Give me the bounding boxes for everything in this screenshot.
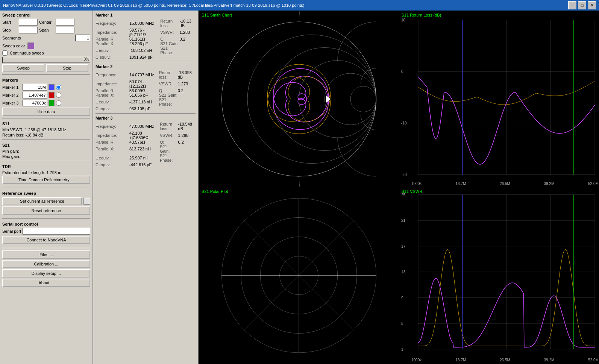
vswr-canvas xyxy=(399,188,599,363)
polar-plot-panel: S21 Polar Plot xyxy=(199,188,399,363)
serial-port-input[interactable] xyxy=(23,228,90,235)
marker2-label: Marker 2 xyxy=(2,93,21,97)
m2-leq-value: -137.113 nH xyxy=(129,97,155,106)
display-setup-button[interactable]: Display setup ... xyxy=(2,269,90,278)
m2-pr-label: Parallel R: xyxy=(96,88,129,93)
maximize-button[interactable]: □ xyxy=(578,1,586,9)
m3-s21p-value xyxy=(178,153,196,162)
m2-imp-label: Impedance: xyxy=(96,79,129,88)
m3-s21g-label: S21 Gain: xyxy=(156,144,178,153)
m1-vswr-label: VSWR: xyxy=(156,28,179,37)
reference-color-swatch[interactable] xyxy=(83,198,90,205)
m1-q-label: Q: xyxy=(156,37,179,41)
main-container: Sweep control Start Center Stop Span Seg… xyxy=(0,11,599,364)
m2-px-label: Parallel X: xyxy=(96,93,129,97)
m2-px-value: 51.656 pF xyxy=(129,93,155,97)
progress-bar: 0% xyxy=(2,57,90,63)
marker3-color[interactable] xyxy=(49,100,55,106)
start-input[interactable] xyxy=(19,19,38,26)
smith-chart-label: S11 Smith Chart xyxy=(202,13,232,17)
center-label: Center xyxy=(39,20,54,24)
m2-rl-value: -18.398 dB xyxy=(178,70,196,79)
start-row: Start Center xyxy=(2,19,90,26)
m2-vswr-label: VSWR: xyxy=(155,79,178,88)
marker2-color[interactable] xyxy=(49,92,55,98)
smith-chart-canvas xyxy=(199,11,399,187)
stop-button[interactable]: Stop xyxy=(46,64,88,72)
return-loss-label: S11 Return Loss (dB) xyxy=(402,13,441,17)
stop-input[interactable] xyxy=(19,27,38,33)
m1-ceq-value: 1091.924 pF xyxy=(129,55,156,59)
sweep-color-swatch[interactable] xyxy=(27,42,34,49)
m1-s21g-label: S21 Gain: xyxy=(156,41,179,46)
set-current-reference-button[interactable]: Set current as reference xyxy=(2,197,82,205)
m3-q-value: 0.2 xyxy=(178,140,196,144)
m3-vswr-label: VSWR: xyxy=(156,131,178,140)
marker1-color[interactable] xyxy=(49,84,55,90)
polar-plot-label: S21 Polar Plot xyxy=(202,189,228,194)
marker2-input[interactable] xyxy=(23,92,47,99)
files-button[interactable]: Files ... xyxy=(2,250,90,259)
m3-px-value: 813.723 nH xyxy=(129,144,156,153)
hide-data-button[interactable]: Hide data xyxy=(2,108,90,116)
m3-pr-value: 43.576Ω xyxy=(129,140,156,144)
span-input[interactable] xyxy=(56,27,74,33)
m2-ceq-label: C equiv.: xyxy=(96,106,129,111)
m2-s21p-value xyxy=(178,97,196,106)
marker2-row: Marker 2 xyxy=(2,92,90,99)
return-loss-panel: S11 Return Loss (dB) xyxy=(399,11,599,187)
charts-panel: S11 Smith Chart S11 Return Loss (dB) S21… xyxy=(199,11,599,364)
marker1-data-table: Frequency:15.0000 MHzReturn loss:-18.13 … xyxy=(96,19,196,59)
s11-return-loss: Return loss: -18.84 dB xyxy=(2,133,90,137)
m1-vswr-value: 1.283 xyxy=(180,28,196,37)
m1-freq-value: 15.0000 MHz xyxy=(129,19,156,28)
marker1-data-title: Marker 1 xyxy=(96,13,196,17)
marker2-data-table: Frequency:14.0707 MHzReturn loss:-18.398… xyxy=(96,70,196,111)
title-bar: NanoVNA Saver 0.0.10 (Sweep: C:/Local fi… xyxy=(0,0,599,11)
m3-s21p-label: S21 Phase: xyxy=(156,153,178,162)
marker1-radio[interactable] xyxy=(56,85,61,90)
progress-row: 0% xyxy=(2,57,90,63)
segments-row: Segments xyxy=(2,35,90,41)
return-loss-canvas xyxy=(399,11,599,187)
marker3-input[interactable] xyxy=(23,100,47,106)
connect-nanovna-button[interactable]: Connect to NanoVNA xyxy=(2,236,90,244)
m1-s21g-value xyxy=(180,41,196,46)
markers-title: Markers xyxy=(2,78,90,82)
start-label: Start xyxy=(2,20,17,24)
left-panel: Sweep control Start Center Stop Span Seg… xyxy=(0,11,93,364)
marker3-data-table: Frequency:47.0000 MHzReturn loss:-18.548… xyxy=(96,122,196,167)
m3-imp-label: Impedance: xyxy=(96,131,129,140)
m3-ceq-label: C equiv.: xyxy=(96,162,129,167)
reset-reference-button[interactable]: Reset reference xyxy=(2,206,90,215)
tdr-button[interactable]: Time Domain Reflectometry ... xyxy=(2,176,90,184)
sweep-control-title: Sweep control xyxy=(2,13,90,17)
minimize-button[interactable]: – xyxy=(568,1,576,9)
calibration-button[interactable]: Calibration ... xyxy=(2,260,90,268)
m3-freq-label: Frequency: xyxy=(96,122,129,131)
m1-q-value: 0.2 xyxy=(180,37,196,41)
span-label: Span xyxy=(39,28,54,32)
m2-imp-value: 50.074 -j12.122Ω xyxy=(129,79,155,88)
m1-s21p-label: S21 Phase: xyxy=(156,46,179,55)
segments-input[interactable] xyxy=(75,35,90,41)
continuous-sweep-checkbox[interactable] xyxy=(2,50,8,56)
sweep-button[interactable]: Sweep xyxy=(2,64,44,72)
s11-min-vswr: Min VSWR: 1.258 @ 47.1818 MHz xyxy=(2,127,90,132)
marker1-input[interactable] xyxy=(23,84,47,91)
stop-label: Stop xyxy=(2,28,17,32)
continuous-sweep-label: Continuous sweep xyxy=(10,51,44,55)
m2-vswr-value: 1.273 xyxy=(178,79,196,88)
marker3-row: Marker 3 xyxy=(2,100,90,106)
sweep-color-label: Sweep color xyxy=(2,44,25,48)
center-input[interactable] xyxy=(56,19,74,26)
marker2-radio[interactable] xyxy=(56,93,61,98)
about-button[interactable]: About ... xyxy=(2,279,90,287)
close-button[interactable]: ✕ xyxy=(588,1,596,9)
m3-rl-label: Return loss: xyxy=(156,122,178,131)
m1-imp-label: Impedance: xyxy=(96,28,129,37)
m2-rl-label: Return loss: xyxy=(155,70,178,79)
marker3-radio[interactable] xyxy=(56,100,61,106)
continuous-sweep-row: Continuous sweep xyxy=(2,50,90,56)
m3-pr-label: Parallel R: xyxy=(96,140,129,144)
